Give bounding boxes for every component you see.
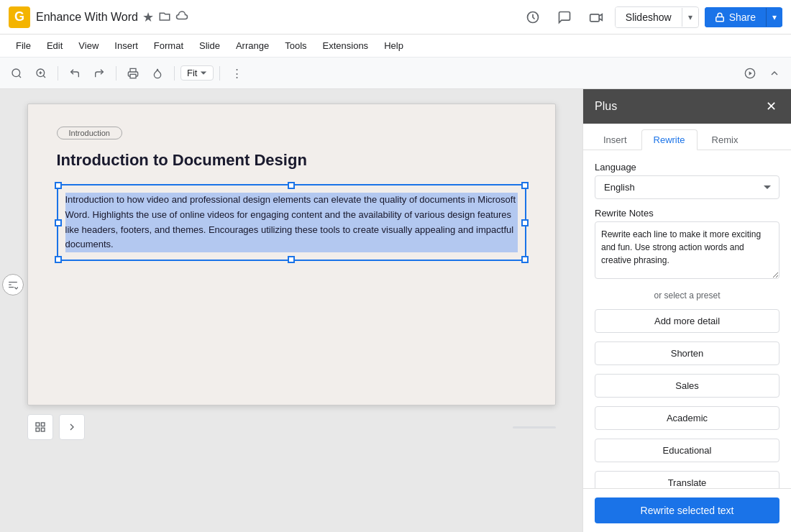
slide-label: Introduction <box>57 127 122 139</box>
cloud-icon[interactable] <box>175 9 188 24</box>
handle-top-left[interactable] <box>55 182 62 189</box>
share-dropdown-button[interactable]: ▾ <box>766 8 782 27</box>
slide-title: Introduction to Document Design <box>57 151 526 170</box>
zoom-value: Fit <box>187 68 197 78</box>
collapse-toolbar-button[interactable] <box>764 63 785 84</box>
more-options-button[interactable]: ⋮ <box>226 63 247 84</box>
panel-header: Plus ✕ <box>583 89 791 124</box>
menu-bar: File Edit View Insert Format Slide Arran… <box>0 35 791 58</box>
preset-translate[interactable]: Translate <box>595 471 779 488</box>
selected-body-text: Introduction to how video and profession… <box>65 193 518 252</box>
toolbar-separator-2 <box>116 66 116 81</box>
toolbar: Fit ⋮ <box>0 58 791 89</box>
redo-button[interactable] <box>88 63 110 84</box>
share-main-button[interactable]: Share <box>705 7 766 27</box>
history-button[interactable] <box>520 4 546 30</box>
preset-academic[interactable]: Academic <box>595 406 779 430</box>
preset-add-detail[interactable]: Add more detail <box>595 309 779 333</box>
panel-tabs: Insert Rewrite Remix <box>583 124 791 150</box>
toolbar-right <box>739 63 785 84</box>
rewrite-selected-button[interactable]: Rewrite selected text <box>595 497 779 523</box>
svg-rect-16 <box>41 423 45 426</box>
tab-rewrite[interactable]: Rewrite <box>641 129 698 150</box>
svg-line-6 <box>43 75 45 78</box>
svg-rect-15 <box>36 423 40 426</box>
rewrite-notes-section: Rewrite Notes Rewrite each line to make … <box>595 208 779 282</box>
doc-title-area: Enhance With Word ★ <box>36 9 514 25</box>
menu-edit[interactable]: Edit <box>40 37 70 54</box>
handle-middle-right[interactable] <box>521 219 529 226</box>
share-button[interactable]: Share ▾ <box>705 7 782 27</box>
svg-rect-2 <box>715 17 723 21</box>
undo-button[interactable] <box>64 63 86 84</box>
selected-text-box[interactable]: Introduction to how video and profession… <box>57 184 526 261</box>
panel-title: Plus <box>595 100 617 113</box>
menu-extensions[interactable]: Extensions <box>316 37 376 54</box>
tab-insert[interactable]: Insert <box>592 129 639 150</box>
main-area: Introduction Introduction to Document De… <box>0 89 791 532</box>
doc-title: Enhance With Word <box>36 11 138 24</box>
top-right-controls: Slideshow ▾ Share ▾ <box>520 4 782 30</box>
menu-tools[interactable]: Tools <box>278 37 314 54</box>
language-section: Language English Spanish French German I… <box>595 162 779 199</box>
menu-view[interactable]: View <box>71 37 106 54</box>
share-label: Share <box>729 12 756 23</box>
tab-remix[interactable]: Remix <box>700 129 750 150</box>
star-icon[interactable]: ★ <box>142 9 154 25</box>
slideshow-main-button[interactable]: Slideshow <box>616 7 682 27</box>
svg-point-3 <box>12 69 20 77</box>
handle-top-center[interactable] <box>288 182 295 189</box>
slideshow-dropdown-button[interactable]: ▾ <box>682 8 698 27</box>
svg-rect-9 <box>130 74 136 78</box>
panel-body: Language English Spanish French German I… <box>583 150 791 488</box>
present-button[interactable] <box>739 63 761 84</box>
menu-file[interactable]: File <box>9 37 38 54</box>
side-panel: Plus ✕ Insert Rewrite Remix Language Eng… <box>582 89 791 532</box>
svg-rect-1 <box>590 14 599 21</box>
zoom-select[interactable]: Fit <box>180 65 214 81</box>
preset-shorten[interactable]: Shorten <box>595 341 779 365</box>
paint-button[interactable] <box>147 63 168 84</box>
print-button[interactable] <box>122 63 144 84</box>
svg-rect-17 <box>36 428 40 431</box>
svg-line-4 <box>19 75 21 78</box>
language-label: Language <box>595 162 779 173</box>
menu-help[interactable]: Help <box>377 37 411 54</box>
rewrite-notes-input[interactable]: Rewrite each line to make it more exciti… <box>595 221 779 279</box>
grid-view-button[interactable] <box>27 414 53 440</box>
slide-editor: Introduction Introduction to Document De… <box>0 89 582 532</box>
zoom-in-button[interactable] <box>30 63 52 84</box>
slide-bottom-nav <box>27 414 556 440</box>
search-tool-button[interactable] <box>6 63 27 84</box>
menu-format[interactable]: Format <box>147 37 191 54</box>
slideshow-button[interactable]: Slideshow ▾ <box>615 6 699 28</box>
camera-button[interactable] <box>583 4 609 30</box>
rewrite-notes-label: Rewrite Notes <box>595 208 779 219</box>
handle-bottom-left[interactable] <box>55 256 62 263</box>
app-icon: G <box>9 6 30 28</box>
comment-button[interactable] <box>552 4 577 30</box>
folder-icon[interactable] <box>158 9 171 24</box>
next-slide-button[interactable] <box>59 414 85 440</box>
handle-bottom-right[interactable] <box>521 256 529 263</box>
handle-top-right[interactable] <box>521 182 529 189</box>
speaker-icon-area <box>2 274 24 295</box>
panel-close-button[interactable]: ✕ <box>762 98 779 115</box>
title-icons: ★ <box>142 9 188 25</box>
toolbar-separator-4 <box>219 66 220 81</box>
handle-bottom-center[interactable] <box>288 256 295 263</box>
menu-insert[interactable]: Insert <box>107 37 145 54</box>
panel-footer: Rewrite selected text <box>583 488 791 532</box>
toolbar-separator-1 <box>58 66 58 81</box>
svg-marker-11 <box>749 71 752 75</box>
handle-middle-left[interactable] <box>55 219 62 226</box>
top-bar: G Enhance With Word ★ Slideshow ▾ <box>0 0 791 35</box>
menu-slide[interactable]: Slide <box>192 37 227 54</box>
language-select[interactable]: English Spanish French German Italian Po… <box>595 175 779 199</box>
svg-rect-18 <box>41 428 45 431</box>
preset-educational[interactable]: Educational <box>595 439 779 462</box>
slide-canvas: Introduction Introduction to Document De… <box>27 104 556 405</box>
preset-sales[interactable]: Sales <box>595 374 779 398</box>
speaker-notes-button[interactable] <box>2 274 24 295</box>
menu-arrange[interactable]: Arrange <box>229 37 276 54</box>
